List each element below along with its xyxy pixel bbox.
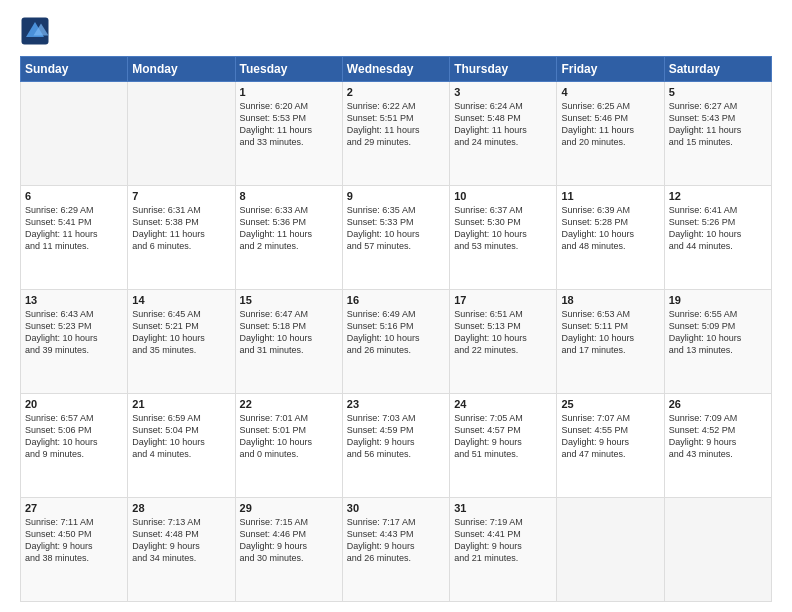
day-info: Sunrise: 7:15 AM Sunset: 4:46 PM Dayligh… — [240, 516, 338, 565]
day-info: Sunrise: 7:03 AM Sunset: 4:59 PM Dayligh… — [347, 412, 445, 461]
calendar-cell: 21Sunrise: 6:59 AM Sunset: 5:04 PM Dayli… — [128, 394, 235, 498]
day-number: 29 — [240, 502, 338, 514]
day-number: 16 — [347, 294, 445, 306]
calendar-cell: 15Sunrise: 6:47 AM Sunset: 5:18 PM Dayli… — [235, 290, 342, 394]
calendar-cell: 9Sunrise: 6:35 AM Sunset: 5:33 PM Daylig… — [342, 186, 449, 290]
calendar-cell: 4Sunrise: 6:25 AM Sunset: 5:46 PM Daylig… — [557, 82, 664, 186]
day-info: Sunrise: 6:55 AM Sunset: 5:09 PM Dayligh… — [669, 308, 767, 357]
calendar-cell: 24Sunrise: 7:05 AM Sunset: 4:57 PM Dayli… — [450, 394, 557, 498]
calendar-cell: 27Sunrise: 7:11 AM Sunset: 4:50 PM Dayli… — [21, 498, 128, 602]
calendar-cell: 31Sunrise: 7:19 AM Sunset: 4:41 PM Dayli… — [450, 498, 557, 602]
day-info: Sunrise: 6:57 AM Sunset: 5:06 PM Dayligh… — [25, 412, 123, 461]
calendar-cell — [128, 82, 235, 186]
weekday-header-saturday: Saturday — [664, 57, 771, 82]
day-info: Sunrise: 7:19 AM Sunset: 4:41 PM Dayligh… — [454, 516, 552, 565]
day-info: Sunrise: 6:29 AM Sunset: 5:41 PM Dayligh… — [25, 204, 123, 253]
day-number: 5 — [669, 86, 767, 98]
calendar-cell: 28Sunrise: 7:13 AM Sunset: 4:48 PM Dayli… — [128, 498, 235, 602]
calendar-cell: 20Sunrise: 6:57 AM Sunset: 5:06 PM Dayli… — [21, 394, 128, 498]
day-info: Sunrise: 7:17 AM Sunset: 4:43 PM Dayligh… — [347, 516, 445, 565]
day-number: 4 — [561, 86, 659, 98]
day-info: Sunrise: 6:47 AM Sunset: 5:18 PM Dayligh… — [240, 308, 338, 357]
calendar-cell: 30Sunrise: 7:17 AM Sunset: 4:43 PM Dayli… — [342, 498, 449, 602]
day-number: 1 — [240, 86, 338, 98]
calendar-cell — [21, 82, 128, 186]
page: SundayMondayTuesdayWednesdayThursdayFrid… — [0, 0, 792, 612]
calendar-cell: 5Sunrise: 6:27 AM Sunset: 5:43 PM Daylig… — [664, 82, 771, 186]
day-number: 2 — [347, 86, 445, 98]
day-info: Sunrise: 6:35 AM Sunset: 5:33 PM Dayligh… — [347, 204, 445, 253]
day-info: Sunrise: 6:59 AM Sunset: 5:04 PM Dayligh… — [132, 412, 230, 461]
day-info: Sunrise: 6:51 AM Sunset: 5:13 PM Dayligh… — [454, 308, 552, 357]
day-info: Sunrise: 7:07 AM Sunset: 4:55 PM Dayligh… — [561, 412, 659, 461]
day-info: Sunrise: 6:39 AM Sunset: 5:28 PM Dayligh… — [561, 204, 659, 253]
calendar-cell: 12Sunrise: 6:41 AM Sunset: 5:26 PM Dayli… — [664, 186, 771, 290]
calendar-cell: 29Sunrise: 7:15 AM Sunset: 4:46 PM Dayli… — [235, 498, 342, 602]
day-info: Sunrise: 6:33 AM Sunset: 5:36 PM Dayligh… — [240, 204, 338, 253]
calendar-cell: 13Sunrise: 6:43 AM Sunset: 5:23 PM Dayli… — [21, 290, 128, 394]
header — [20, 16, 772, 46]
day-number: 11 — [561, 190, 659, 202]
calendar-cell: 10Sunrise: 6:37 AM Sunset: 5:30 PM Dayli… — [450, 186, 557, 290]
weekday-header-wednesday: Wednesday — [342, 57, 449, 82]
calendar-cell: 6Sunrise: 6:29 AM Sunset: 5:41 PM Daylig… — [21, 186, 128, 290]
day-info: Sunrise: 6:43 AM Sunset: 5:23 PM Dayligh… — [25, 308, 123, 357]
day-number: 24 — [454, 398, 552, 410]
day-number: 22 — [240, 398, 338, 410]
day-info: Sunrise: 7:01 AM Sunset: 5:01 PM Dayligh… — [240, 412, 338, 461]
day-info: Sunrise: 6:25 AM Sunset: 5:46 PM Dayligh… — [561, 100, 659, 149]
day-number: 13 — [25, 294, 123, 306]
day-number: 10 — [454, 190, 552, 202]
day-number: 6 — [25, 190, 123, 202]
calendar-table: SundayMondayTuesdayWednesdayThursdayFrid… — [20, 56, 772, 602]
day-number: 26 — [669, 398, 767, 410]
calendar-cell: 7Sunrise: 6:31 AM Sunset: 5:38 PM Daylig… — [128, 186, 235, 290]
day-number: 27 — [25, 502, 123, 514]
calendar-week-3: 13Sunrise: 6:43 AM Sunset: 5:23 PM Dayli… — [21, 290, 772, 394]
day-number: 30 — [347, 502, 445, 514]
calendar-week-5: 27Sunrise: 7:11 AM Sunset: 4:50 PM Dayli… — [21, 498, 772, 602]
calendar-cell: 26Sunrise: 7:09 AM Sunset: 4:52 PM Dayli… — [664, 394, 771, 498]
calendar-cell: 23Sunrise: 7:03 AM Sunset: 4:59 PM Dayli… — [342, 394, 449, 498]
day-info: Sunrise: 6:53 AM Sunset: 5:11 PM Dayligh… — [561, 308, 659, 357]
calendar-week-4: 20Sunrise: 6:57 AM Sunset: 5:06 PM Dayli… — [21, 394, 772, 498]
day-info: Sunrise: 7:13 AM Sunset: 4:48 PM Dayligh… — [132, 516, 230, 565]
calendar-cell: 8Sunrise: 6:33 AM Sunset: 5:36 PM Daylig… — [235, 186, 342, 290]
calendar-header-row: SundayMondayTuesdayWednesdayThursdayFrid… — [21, 57, 772, 82]
calendar-cell: 22Sunrise: 7:01 AM Sunset: 5:01 PM Dayli… — [235, 394, 342, 498]
weekday-header-sunday: Sunday — [21, 57, 128, 82]
calendar-cell — [664, 498, 771, 602]
day-info: Sunrise: 7:11 AM Sunset: 4:50 PM Dayligh… — [25, 516, 123, 565]
calendar-cell: 2Sunrise: 6:22 AM Sunset: 5:51 PM Daylig… — [342, 82, 449, 186]
day-info: Sunrise: 6:37 AM Sunset: 5:30 PM Dayligh… — [454, 204, 552, 253]
day-info: Sunrise: 6:27 AM Sunset: 5:43 PM Dayligh… — [669, 100, 767, 149]
day-number: 3 — [454, 86, 552, 98]
day-info: Sunrise: 6:41 AM Sunset: 5:26 PM Dayligh… — [669, 204, 767, 253]
day-info: Sunrise: 6:20 AM Sunset: 5:53 PM Dayligh… — [240, 100, 338, 149]
day-number: 9 — [347, 190, 445, 202]
logo — [20, 16, 54, 46]
calendar-cell: 16Sunrise: 6:49 AM Sunset: 5:16 PM Dayli… — [342, 290, 449, 394]
weekday-header-monday: Monday — [128, 57, 235, 82]
calendar-week-2: 6Sunrise: 6:29 AM Sunset: 5:41 PM Daylig… — [21, 186, 772, 290]
day-info: Sunrise: 7:09 AM Sunset: 4:52 PM Dayligh… — [669, 412, 767, 461]
calendar-cell: 17Sunrise: 6:51 AM Sunset: 5:13 PM Dayli… — [450, 290, 557, 394]
day-info: Sunrise: 6:45 AM Sunset: 5:21 PM Dayligh… — [132, 308, 230, 357]
day-number: 25 — [561, 398, 659, 410]
day-number: 21 — [132, 398, 230, 410]
day-number: 31 — [454, 502, 552, 514]
day-number: 19 — [669, 294, 767, 306]
calendar-cell: 1Sunrise: 6:20 AM Sunset: 5:53 PM Daylig… — [235, 82, 342, 186]
day-number: 12 — [669, 190, 767, 202]
day-number: 7 — [132, 190, 230, 202]
day-info: Sunrise: 6:24 AM Sunset: 5:48 PM Dayligh… — [454, 100, 552, 149]
calendar-cell: 3Sunrise: 6:24 AM Sunset: 5:48 PM Daylig… — [450, 82, 557, 186]
day-number: 18 — [561, 294, 659, 306]
calendar-cell: 11Sunrise: 6:39 AM Sunset: 5:28 PM Dayli… — [557, 186, 664, 290]
weekday-header-tuesday: Tuesday — [235, 57, 342, 82]
calendar-cell — [557, 498, 664, 602]
day-number: 28 — [132, 502, 230, 514]
day-info: Sunrise: 7:05 AM Sunset: 4:57 PM Dayligh… — [454, 412, 552, 461]
calendar-cell: 18Sunrise: 6:53 AM Sunset: 5:11 PM Dayli… — [557, 290, 664, 394]
calendar-cell: 25Sunrise: 7:07 AM Sunset: 4:55 PM Dayli… — [557, 394, 664, 498]
